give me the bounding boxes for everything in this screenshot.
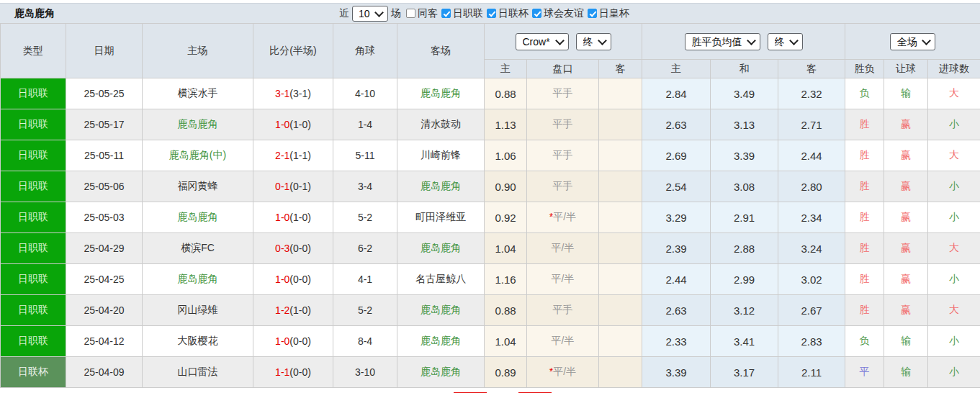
- result-handicap-cell: 赢: [884, 109, 928, 140]
- score-halftime: (1-1): [289, 150, 311, 161]
- away-team-cell: 鹿岛鹿角: [397, 78, 485, 109]
- away-team[interactable]: 鹿岛鹿角: [421, 335, 461, 346]
- team-title: 鹿岛鹿角: [0, 7, 336, 20]
- ah-line: 平/半: [553, 366, 576, 377]
- same-venue-checkbox[interactable]: [406, 9, 415, 18]
- col-header-corner: 角球: [333, 24, 397, 78]
- ah-line-cell: 平手: [527, 140, 599, 171]
- eu-home-odds: 2.44: [642, 264, 711, 295]
- result-goals: 小: [949, 180, 959, 191]
- away-team[interactable]: 鹿岛鹿角: [421, 242, 461, 253]
- away-team[interactable]: 清水鼓动: [421, 118, 461, 130]
- home-team-cell: 冈山绿雉: [143, 295, 253, 326]
- result-wdl-cell: 胜: [845, 264, 884, 295]
- ah-line: 平手: [553, 149, 573, 161]
- score-cell: 1-1(0-0): [253, 357, 333, 388]
- match-date: 25-05-25: [66, 78, 143, 109]
- handicap-period-select[interactable]: 终: [576, 33, 611, 50]
- europe-period-select[interactable]: 终: [768, 33, 803, 50]
- ah-home-odds: 0.92: [485, 202, 527, 233]
- home-team[interactable]: 横滨水手: [178, 87, 218, 99]
- away-team[interactable]: 鹿岛鹿角: [421, 180, 461, 191]
- result-wdl: 负: [860, 87, 870, 99]
- result-handicap: 赢: [901, 149, 911, 161]
- filter-checkbox-j1-league[interactable]: [441, 9, 451, 18]
- home-team[interactable]: 鹿岛鹿角(中): [169, 149, 226, 161]
- ah-line-cell: 平手: [527, 295, 599, 326]
- handicap-company-select[interactable]: Crow*: [516, 33, 569, 50]
- ah-away-odds: [599, 264, 642, 295]
- match-type: 日职联: [1, 233, 66, 264]
- match-row: 日职联 25-05-11 鹿岛鹿角(中) 2-1(1-1) 5-11 川崎前锋 …: [1, 140, 980, 171]
- home-team[interactable]: 山口雷法: [178, 366, 218, 377]
- result-scope-select[interactable]: 全场: [890, 33, 935, 50]
- home-team[interactable]: 大阪樱花: [178, 335, 218, 346]
- home-team[interactable]: 鹿岛鹿角: [178, 118, 218, 130]
- score-fulltime: 1-0: [275, 212, 289, 223]
- ah-away-odds: [599, 109, 642, 140]
- score-cell: 1-2(1-0): [253, 295, 333, 326]
- corner-score: 8-4: [333, 326, 397, 357]
- europe-company-select[interactable]: 胜平负均值: [685, 33, 760, 50]
- ah-line: 平/半: [552, 273, 575, 284]
- match-date: 25-04-09: [66, 357, 143, 388]
- ah-line: 平/半: [553, 211, 576, 222]
- match-row: 日职联 25-05-17 鹿岛鹿角 1-0(1-0) 1-4 清水鼓动 1.13…: [1, 109, 980, 140]
- ah-home-odds: 1.13: [485, 109, 527, 140]
- result-goals-cell: 小: [928, 202, 980, 233]
- home-team-cell: 鹿岛鹿角: [143, 202, 253, 233]
- away-team[interactable]: 町田泽维亚: [415, 211, 466, 222]
- eu-away-odds: 2.80: [778, 171, 845, 202]
- eu-home-odds: 2.69: [642, 140, 711, 171]
- result-goals: 小: [949, 335, 959, 346]
- away-team[interactable]: 名古屋鲸八: [415, 273, 466, 284]
- match-row: 日职联 25-04-20 冈山绿雉 1-2(1-0) 5-2 鹿岛鹿角 0.88…: [1, 295, 980, 326]
- away-team[interactable]: 鹿岛鹿角: [421, 366, 461, 377]
- filter-checkbox-club-friendly[interactable]: [532, 9, 541, 18]
- result-goals: 大: [949, 149, 959, 161]
- result-scope-select-wrap: 全场: [890, 33, 935, 50]
- match-type: 日联杯: [1, 357, 66, 388]
- result-goals: 小: [949, 211, 959, 222]
- home-team[interactable]: 鹿岛鹿角: [178, 273, 218, 284]
- home-team-cell: 大阪樱花: [143, 326, 253, 357]
- ah-line: 平手: [553, 118, 573, 130]
- match-type: 日职联: [1, 295, 66, 326]
- ah-away-odds: [599, 233, 642, 264]
- eu-home-odds: 3.29: [642, 202, 711, 233]
- score-fulltime: 1-0: [275, 335, 289, 347]
- result-handicap: 输: [901, 366, 911, 377]
- home-team[interactable]: 鹿岛鹿角: [178, 211, 218, 222]
- corner-score: 3-4: [333, 171, 397, 202]
- home-team[interactable]: 冈山绿雉: [178, 304, 218, 315]
- result-goals-cell: 小: [928, 171, 980, 202]
- match-table-head: 类型 日期 主场 比分(半场) 角球 客场 Crow*: [1, 24, 980, 78]
- away-team-cell: 鹿岛鹿角: [397, 171, 485, 202]
- recent-count-select[interactable]: 10: [352, 6, 388, 22]
- filter-checkbox-emperor-cup[interactable]: [588, 9, 597, 18]
- eu-away-odds: 3.24: [778, 233, 845, 264]
- home-team[interactable]: 福冈黄蜂: [178, 180, 218, 191]
- eu-draw-odds: 3.08: [711, 171, 778, 202]
- result-handicap-cell: 赢: [884, 202, 928, 233]
- eu-draw-odds: 3.49: [711, 78, 778, 109]
- result-wdl-cell: 负: [845, 326, 884, 357]
- col-header-home: 主场: [143, 24, 253, 78]
- ah-line-cell: *平/半: [527, 202, 599, 233]
- away-team[interactable]: 鹿岛鹿角: [421, 87, 461, 99]
- eu-away-odds: 3.02: [778, 264, 845, 295]
- home-team[interactable]: 横滨FC: [181, 242, 215, 253]
- away-team[interactable]: 鹿岛鹿角: [421, 304, 461, 315]
- filter-label-emperor-cup: 日皇杯: [599, 7, 629, 20]
- result-handicap-cell: 赢: [884, 264, 928, 295]
- result-handicap-cell: 输: [884, 357, 928, 388]
- ah-line-cell: 平/半: [527, 264, 599, 295]
- filter-checkbox-league-cup[interactable]: [487, 9, 496, 18]
- corner-score: 5-2: [333, 202, 397, 233]
- result-handicap: 赢: [901, 118, 911, 130]
- result-handicap: 赢: [901, 304, 911, 315]
- away-team[interactable]: 川崎前锋: [421, 149, 461, 161]
- ah-home-odds: 1.04: [485, 326, 527, 357]
- result-handicap-cell: 输: [884, 326, 928, 357]
- result-goals-cell: 大: [928, 78, 980, 109]
